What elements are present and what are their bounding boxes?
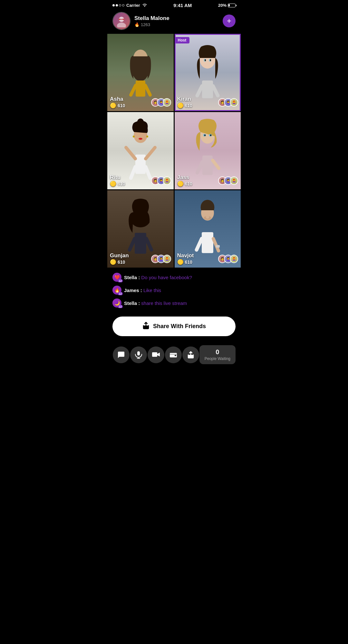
kiran-coin-value: 610	[185, 103, 192, 108]
asha-avatars: 👩 👩‍🦱 👩‍🦰	[151, 98, 171, 107]
svg-point-34	[210, 135, 211, 136]
mini-avatar-3: 👩‍🦰	[230, 98, 238, 107]
share-button-icon	[142, 322, 150, 331]
share-with-friends-button[interactable]: Share With Friends	[112, 317, 236, 336]
kiran-avatars: 👩 👩‍🦱 👩‍🦰	[218, 98, 238, 107]
jass-cell-bottom: Jass 🟡 610 👩 👩‍🦱 👩‍🦰	[177, 174, 238, 187]
bottom-actions	[112, 346, 199, 363]
share-section: Share With Friends	[107, 315, 241, 341]
svg-line-21	[146, 147, 155, 159]
chat-button[interactable]	[113, 346, 130, 363]
coin-icon: 🟡	[110, 259, 116, 265]
jass-name: Jass	[177, 174, 192, 181]
chat-msg-3: 🌙 12 Stella : share this live stream	[112, 298, 236, 308]
share-button[interactable]	[182, 346, 199, 363]
ritu-coins: 🟡 610	[110, 181, 125, 187]
coin-icon: 🟡	[177, 259, 184, 265]
svg-line-11	[197, 86, 202, 96]
gunjan-name: Gunjan	[110, 252, 129, 259]
jass-avatars: 👩 👩‍🦱 👩‍🦰	[218, 176, 238, 185]
svg-rect-44	[216, 245, 220, 248]
chat-section: ❤️ 12 Stella : Do you have facebook? 🔥 1…	[107, 268, 241, 315]
svg-rect-10	[202, 80, 213, 98]
mic-button[interactable]	[130, 346, 147, 363]
profile-info: Stella Malone 🔥 1263	[134, 15, 219, 27]
share-button-label: Share With Friends	[153, 323, 206, 330]
wifi-icon	[142, 3, 147, 8]
stream-cell-navjot[interactable]: Navjot 🟡 610 👩 👩‍🦱 👩‍🦰	[175, 190, 241, 268]
svg-point-26	[146, 136, 148, 137]
wallet-button[interactable]	[165, 346, 182, 363]
chat-user-2: James :	[124, 288, 143, 293]
signal-dots	[112, 4, 124, 6]
asha-coin-value: 610	[118, 103, 125, 108]
mini-avatar-3: 👩‍🦰	[163, 255, 171, 263]
people-waiting-count: 0	[205, 348, 230, 356]
stream-cell-asha[interactable]: Asha 🟡 610 👩 👩‍🦱 👩‍🦰	[107, 34, 174, 111]
mini-avatar-3: 👩‍🦰	[163, 98, 171, 107]
kiran-name: Kiran	[177, 96, 192, 102]
svg-line-20	[126, 147, 135, 159]
chat-msg-content-1: Do you have facebook?	[141, 275, 192, 280]
svg-point-24	[139, 138, 142, 140]
chat-badge-1: ❤️ 12	[112, 273, 121, 282]
stream-cell-ritu[interactable]: Ritu 🟡 610 👩 👩‍🦱 👩‍🦰	[107, 112, 174, 189]
dot-3	[119, 4, 121, 6]
flame-icon: 🔥	[134, 22, 140, 27]
chat-user-1: Stella :	[124, 275, 141, 280]
coin-icon: 🟡	[110, 181, 116, 187]
people-waiting-panel: 0 People Waiting	[199, 345, 236, 364]
status-left: Carrier	[112, 3, 147, 8]
svg-line-38	[146, 239, 151, 250]
stream-grid: Asha 🟡 610 👩 👩‍🦱 👩‍🦰	[107, 34, 241, 268]
chat-msg-content-2: Like this	[143, 288, 161, 293]
dot-4	[122, 4, 124, 6]
gunjan-cell-bottom: Gunjan 🟡 610 👩 👩‍🦱 👩‍🦰	[110, 252, 171, 265]
avatar-image	[113, 13, 130, 29]
badge-num-3: 12	[118, 305, 123, 308]
svg-point-45	[206, 215, 209, 219]
stream-cell-gunjan[interactable]: Gunjan 🟡 610 👩 👩‍🦱 👩‍🦰	[107, 190, 174, 268]
coin-icon: 🟡	[177, 102, 184, 109]
follow-button[interactable]: +	[223, 14, 236, 27]
svg-rect-41	[202, 232, 213, 253]
svg-point-25	[133, 136, 135, 137]
follow-icon: +	[227, 16, 231, 25]
ritu-avatars: 👩 👩‍🦱 👩‍🦰	[151, 176, 171, 185]
svg-point-18	[137, 118, 144, 125]
battery-percent: 20%	[218, 3, 227, 8]
battery-fill	[228, 4, 230, 6]
chat-text-3: Stella : share this live stream	[124, 300, 187, 306]
score-value: 1263	[141, 22, 150, 27]
stream-cell-kiran[interactable]: Host Kiran 🟡 610 👩 👩‍🦱 👩‍🦰	[175, 34, 241, 111]
chat-text-1: Stella : Do you have facebook?	[124, 275, 192, 280]
battery-icon	[228, 4, 236, 7]
coin-icon: 🟡	[110, 102, 116, 109]
navjot-avatars: 👩 👩‍🦱 👩‍🦰	[218, 255, 238, 263]
profile-score: 🔥 1263	[134, 22, 219, 27]
time-display: 9:41 AM	[173, 3, 192, 8]
profile-avatar[interactable]	[112, 12, 130, 30]
asha-coins: 🟡 610	[110, 102, 125, 109]
chat-msg-content-3: share this live stream	[141, 300, 187, 306]
svg-line-29	[197, 162, 202, 173]
svg-point-33	[204, 135, 206, 136]
gunjan-avatars: 👩 👩‍🦱 👩‍🦰	[151, 255, 171, 263]
svg-rect-6	[136, 80, 145, 97]
gunjan-coin-value: 610	[118, 260, 125, 265]
chat-text-2: James : Like this	[124, 288, 161, 293]
svg-line-12	[213, 86, 218, 96]
svg-point-16	[210, 59, 211, 61]
host-badge: Host	[175, 37, 190, 43]
stream-cell-jass[interactable]: Jass 🟡 610 👩 👩‍🦱 👩‍🦰	[175, 112, 241, 189]
navjot-name: Navjot	[177, 252, 194, 259]
video-button[interactable]	[148, 346, 164, 363]
gunjan-coins: 🟡 610	[110, 259, 129, 265]
bottom-bar: 0 People Waiting	[107, 341, 241, 368]
svg-line-42	[197, 239, 202, 250]
svg-rect-50	[152, 352, 157, 357]
svg-point-15	[205, 59, 206, 61]
mini-avatar-3: 👩‍🦰	[230, 176, 238, 185]
navjot-cell-bottom: Navjot 🟡 610 👩 👩‍🦱 👩‍🦰	[177, 252, 238, 265]
jass-coins: 🟡 610	[177, 181, 192, 187]
